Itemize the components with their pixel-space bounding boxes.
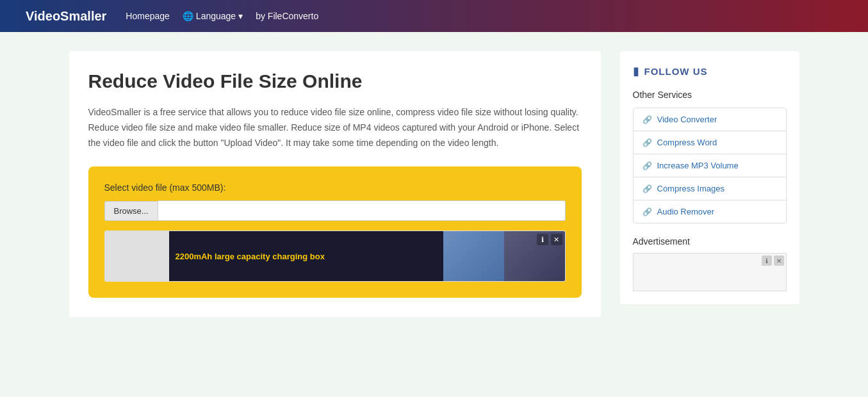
service-item-video-converter[interactable]: 🔗 Video Converter	[634, 108, 786, 131]
ad-block-main: 2200mAh large capacity charging box	[169, 231, 443, 281]
follow-us-label: FOLLOW US	[644, 66, 708, 77]
ext-link-icon-1: 🔗	[643, 115, 652, 124]
sidebar-ad-controls: ℹ ✕	[762, 255, 784, 266]
ad-inner: 2200mAh large capacity charging box	[105, 231, 565, 281]
service-item-compress-images[interactable]: 🔗 Compress Images	[634, 177, 786, 200]
upload-box: Select video file (max 500MB): Browse...…	[88, 166, 582, 298]
ad-info-button[interactable]: ℹ	[537, 234, 548, 245]
nav-fileconverto[interactable]: by FileConverto	[256, 11, 318, 21]
language-icon: 🌐	[183, 11, 193, 21]
page-title: Reduce Video File Size Online	[88, 70, 582, 92]
sidebar-ad-close-button[interactable]: ✕	[774, 255, 784, 266]
ad-close-button[interactable]: ✕	[551, 234, 562, 245]
ad-block-left	[105, 231, 169, 281]
service-item-increase-mp3[interactable]: 🔗 Increase MP3 Volume	[634, 154, 786, 177]
page-wrapper: Reduce Video File Size Online VideoSmall…	[0, 32, 868, 397]
sidebar-ad-box: ℹ ✕	[633, 253, 787, 291]
ad-area: 2200mAh large capacity charging box ℹ ✕	[104, 231, 566, 282]
other-services-title: Other Services	[633, 90, 787, 100]
service-link-audio-remover[interactable]: 🔗 Audio Remover	[643, 207, 777, 216]
ext-link-icon-2: 🔗	[643, 138, 652, 147]
facebook-icon: ▮	[633, 64, 639, 78]
service-link-compress-images[interactable]: 🔗 Compress Images	[643, 184, 777, 193]
service-link-compress-word[interactable]: 🔗 Compress Word	[643, 138, 777, 147]
language-button[interactable]: 🌐 Language ▾	[183, 11, 243, 21]
ext-link-icon-5: 🔗	[643, 207, 652, 216]
main-container: Reduce Video File Size Online VideoSmall…	[56, 51, 812, 317]
file-input-row: Browse...	[104, 200, 566, 221]
service-link-increase-mp3[interactable]: 🔗 Increase MP3 Volume	[643, 161, 777, 170]
main-nav: Homepage 🌐 Language ▾ by FileConverto	[126, 11, 318, 21]
upload-label: Select video file (max 500MB):	[104, 182, 566, 193]
ad-text: 2200mAh large capacity charging box	[176, 252, 325, 261]
service-list: 🔗 Video Converter 🔗 Compress Word 🔗 Incr…	[633, 108, 787, 223]
sidebar-ad-info-button[interactable]: ℹ	[762, 255, 772, 266]
ad-controls: ℹ ✕	[537, 234, 562, 245]
service-link-video-converter[interactable]: 🔗 Video Converter	[643, 115, 777, 124]
brand-logo[interactable]: VideoSmaller	[26, 9, 106, 24]
ad-image-1	[443, 231, 504, 281]
file-path-input[interactable]	[158, 200, 566, 221]
chevron-down-icon: ▾	[238, 11, 243, 21]
browse-button[interactable]: Browse...	[104, 201, 158, 221]
header: VideoSmaller Homepage 🌐 Language ▾ by Fi…	[0, 0, 868, 32]
ext-link-icon-3: 🔗	[643, 161, 652, 170]
main-content: Reduce Video File Size Online VideoSmall…	[69, 51, 601, 317]
sidebar: ▮ FOLLOW US Other Services 🔗 Video Conve…	[620, 51, 799, 304]
service-item-audio-remover[interactable]: 🔗 Audio Remover	[634, 200, 786, 223]
ext-link-icon-4: 🔗	[643, 184, 652, 193]
advertisement-title: Advertisement	[633, 236, 787, 247]
follow-us-section: ▮ FOLLOW US	[633, 64, 787, 78]
nav-homepage[interactable]: Homepage	[126, 11, 170, 21]
description-text: VideoSmaller is a free service that allo…	[88, 105, 582, 150]
service-item-compress-word[interactable]: 🔗 Compress Word	[634, 131, 786, 154]
